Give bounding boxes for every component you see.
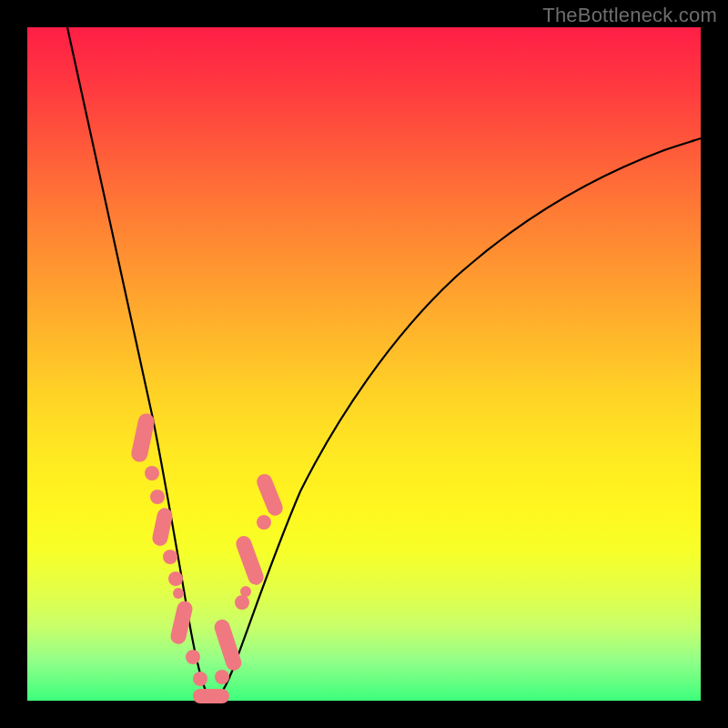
marker-pill-left-mid — [151, 507, 174, 548]
bottleneck-curve-line — [67, 27, 701, 700]
marker-pill-bottom — [193, 689, 229, 703]
marker-pill-left-top — [130, 412, 157, 464]
marker-pill-right-low — [212, 618, 243, 672]
marker-dot — [235, 595, 249, 610]
marker-dot — [150, 490, 165, 504]
marker-dot — [257, 515, 271, 530]
marker-dot — [173, 588, 184, 599]
marker-dot — [163, 550, 177, 564]
marker-dot — [240, 586, 251, 597]
watermark-text: TheBottleneck.com — [542, 4, 717, 27]
plot-area — [27, 27, 701, 701]
marker-dot — [215, 670, 229, 684]
chart-frame: TheBottleneck.com — [0, 0, 728, 728]
marker-pill-right-top — [255, 471, 286, 518]
marker-dot — [186, 650, 200, 664]
marker-dot — [168, 571, 183, 586]
marker-pill-right-mid — [234, 534, 266, 587]
marker-dot — [193, 672, 207, 686]
marker-dot — [145, 466, 159, 480]
bottleneck-curve-svg — [27, 27, 701, 701]
